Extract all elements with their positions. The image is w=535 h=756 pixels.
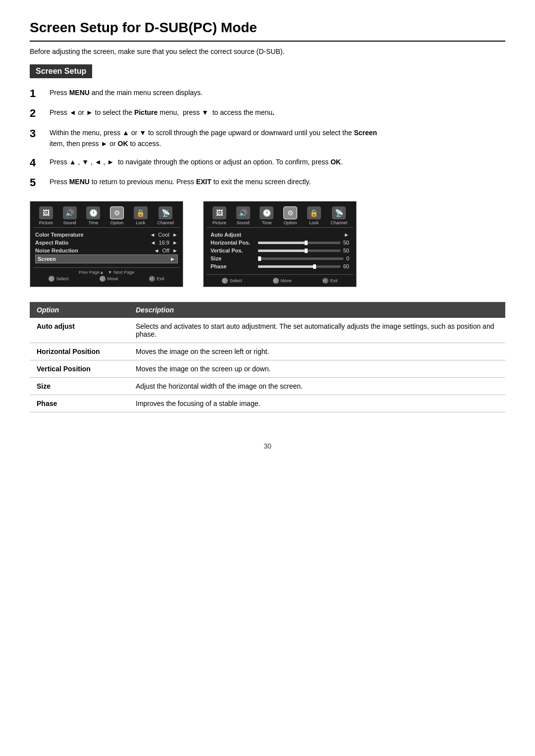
option-icon: ⚙ [110, 206, 124, 219]
desc-auto-adjust: Selects and activates to start auto adju… [129, 318, 505, 343]
r-lock-icon: 🔒 [307, 206, 321, 219]
table-header-option: Option [30, 302, 129, 318]
left-menu-icons: 🖼 Picture 🔊 Sound 🕐 Time ⚙ Option 🔒 Lock… [33, 204, 180, 228]
step-2: 2 Press ◄ or ► to select the Picture men… [30, 107, 505, 120]
desc-size: Adjust the horizontal width of the image… [129, 378, 505, 395]
step-3-text: Within the menu, press ▲ or ▼ to scroll … [50, 127, 377, 150]
channel-icon: 📡 [159, 206, 172, 219]
table-row-auto-adjust: Auto adjust Selects and activates to sta… [30, 318, 505, 343]
menu-screenshots: 🖼 Picture 🔊 Sound 🕐 Time ⚙ Option 🔒 Lock… [30, 201, 505, 287]
time-icon: 🕐 [86, 206, 100, 219]
left-row-noise: Noise Reduction ◄ Off ► [35, 247, 178, 254]
left-menu-rows: Color Temperature ◄ Cool ► Aspect Ratio … [33, 230, 180, 264]
option-auto-adjust: Auto adjust [30, 318, 129, 343]
step-3-num: 3 [30, 127, 45, 140]
left-menu-footer: Prev Page▲ ▼ Next Page ⊙ Select ⊙ Move M… [33, 267, 180, 282]
right-footer-select: ⊙ Select [222, 278, 242, 284]
left-icon-lock: 🔒 Lock [134, 206, 148, 225]
left-menu-box: 🖼 Picture 🔊 Sound 🕐 Time ⚙ Option 🔒 Lock… [30, 201, 183, 287]
r-time-icon: 🕐 [260, 206, 273, 219]
intro-text: Before adjusting the screen, make sure t… [30, 48, 505, 55]
step-5: 5 Press MENU to return to previous menu.… [30, 176, 505, 189]
right-icon-time: 🕐 Time [260, 206, 273, 225]
table-row-vert-pos: Vertical Position Moves the image on the… [30, 360, 505, 378]
step-2-text: Press ◄ or ► to select the Picture menu,… [50, 107, 274, 118]
page-number: 30 [30, 442, 505, 450]
table-header-description: Description [129, 302, 505, 318]
right-icon-picture: 🖼 Picture [213, 206, 226, 225]
option-size: Size [30, 378, 129, 395]
r-channel-icon: 📡 [332, 206, 346, 219]
options-table: Option Description Auto adjust Selects a… [30, 302, 505, 412]
lock-icon: 🔒 [134, 206, 148, 219]
table-row-horiz-pos: Horizontal Position Moves the image on t… [30, 343, 505, 360]
left-icon-channel: 📡 Channel [158, 206, 174, 225]
desc-horiz-pos: Moves the image on the screen left or ri… [129, 343, 505, 360]
r-sound-icon: 🔊 [236, 206, 250, 219]
left-footer-select: ⊙ Select [49, 276, 68, 282]
right-menu-icons: 🖼 Picture 🔊 Sound 🕐 Time ⚙ Option 🔒 Lock… [207, 204, 353, 228]
left-footer-move: ⊙ Move [100, 276, 118, 282]
step-4: 4 Press ▲ , ▼ , ◄ , ► to navigate throug… [30, 156, 505, 169]
desc-phase: Improves the focusing of a stable image. [129, 395, 505, 412]
right-row-horiz: Horizontal Pos. 50 [209, 239, 351, 247]
r-picture-icon: 🖼 [213, 206, 226, 219]
right-menu-rows: Auto Adjust ► Horizontal Pos. 50 Vertica… [207, 230, 353, 271]
sound-icon: 🔊 [63, 206, 77, 219]
right-footer-row: ⊙ Select ⊙ Move M Exit [207, 278, 353, 284]
left-row-screen: Screen ► [35, 254, 178, 263]
step-4-text: Press ▲ , ▼ , ◄ , ► to navigate through … [50, 156, 343, 167]
table-row-size: Size Adjust the horizontal width of the … [30, 378, 505, 395]
section-header: Screen Setup [30, 64, 92, 78]
left-icon-time: 🕐 Time [86, 206, 100, 225]
right-footer-move: ⊙ Move [273, 278, 291, 284]
step-3: 3 Within the menu, press ▲ or ▼ to scrol… [30, 127, 505, 150]
option-phase: Phase [30, 395, 129, 412]
r-option-icon: ⚙ [283, 206, 297, 219]
step-2-num: 2 [30, 107, 45, 120]
page-title: Screen Setup for D-SUB(PC) Mode [30, 20, 505, 42]
right-menu-footer: ⊙ Select ⊙ Move M Exit [207, 274, 353, 284]
step-5-text: Press MENU to return to previous menu. P… [50, 176, 311, 187]
step-4-num: 4 [30, 156, 45, 169]
step-5-num: 5 [30, 176, 45, 189]
left-row-aspect: Aspect Ratio ◄ 16:9 ► [35, 239, 178, 247]
right-row-vert: Vertical Pos. 50 [209, 247, 351, 254]
left-icon-picture: 🖼 Picture [39, 206, 53, 225]
right-icon-sound: 🔊 Sound [236, 206, 250, 225]
option-vert-pos: Vertical Position [30, 360, 129, 378]
step-1-text: Press MENU and the main menu screen disp… [50, 87, 203, 98]
step-1-num: 1 [30, 87, 45, 100]
step-1: 1 Press MENU and the main menu screen di… [30, 87, 505, 100]
table-row-phase: Phase Improves the focusing of a stable … [30, 395, 505, 412]
left-footer-row: ⊙ Select ⊙ Move M Exit [33, 276, 180, 282]
left-footer-exit: M Exit [149, 276, 164, 282]
right-row-size: Size 0 [209, 254, 351, 262]
picture-icon: 🖼 [39, 206, 53, 219]
right-footer-exit: M Exit [322, 278, 337, 284]
right-icon-lock: 🔒 Lock [307, 206, 321, 225]
table-header-row: Option Description [30, 302, 505, 318]
right-menu-box: 🖼 Picture 🔊 Sound 🕐 Time ⚙ Option 🔒 Lock… [203, 201, 357, 287]
prev-next-label: Prev Page▲ ▼ Next Page [33, 270, 180, 275]
right-icon-channel: 📡 Channel [331, 206, 348, 225]
left-row-color-temp: Color Temperature ◄ Cool ► [35, 231, 178, 239]
right-row-phase: Phase 60 [209, 262, 351, 270]
right-icon-option: ⚙ Option [283, 206, 297, 225]
left-icon-option: ⚙ Option [110, 206, 124, 225]
left-icon-sound: 🔊 Sound [63, 206, 77, 225]
desc-vert-pos: Moves the image on the screen up or down… [129, 360, 505, 378]
right-row-auto-adjust: Auto Adjust ► [209, 231, 351, 239]
option-horiz-pos: Horizontal Position [30, 343, 129, 360]
steps-container: 1 Press MENU and the main menu screen di… [30, 87, 505, 189]
